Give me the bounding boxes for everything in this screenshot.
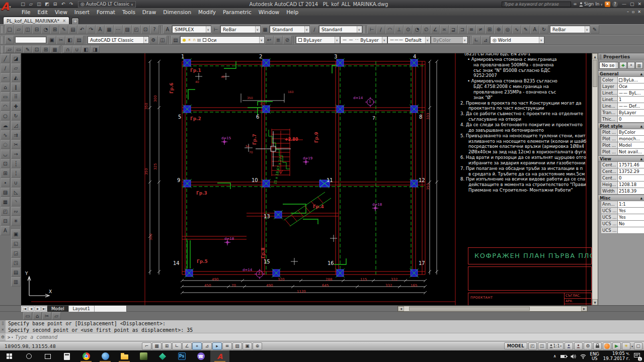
- calculator-icon[interactable]: [57, 350, 76, 362]
- chrome-icon[interactable]: [76, 350, 96, 362]
- scroll-down-icon[interactable]: ▼: [592, 299, 598, 305]
- draworder-text-icon[interactable]: ▤: [11, 267, 21, 277]
- annotation-visibility-button[interactable]: [565, 342, 573, 350]
- redo-icon[interactable]: ↷: [87, 25, 96, 34]
- menu-dimension[interactable]: Dimension: [159, 8, 195, 16]
- block-edit-icon[interactable]: ✎: [5, 36, 14, 44]
- table-style-combo[interactable]: Standard∨: [270, 26, 310, 33]
- convert-viewport-icon[interactable]: ▱: [52, 312, 61, 320]
- chamfer-icon[interactable]: ◺: [11, 188, 21, 197]
- model-space-button[interactable]: MODEL: [504, 342, 527, 349]
- section-general[interactable]: General▲: [598, 70, 644, 77]
- ellipse-arc-icon[interactable]: ◡: [1, 149, 10, 159]
- pickadd-toggle-button[interactable]: ✚: [619, 62, 627, 69]
- ellipse-icon[interactable]: ◌: [1, 140, 10, 149]
- block-name-input[interactable]: [15, 37, 46, 43]
- toolbar-grip[interactable]: [1, 36, 4, 44]
- tab-model[interactable]: Model: [47, 306, 68, 312]
- hidden-icons-chevron[interactable]: ∧: [553, 354, 556, 358]
- draworder-back-icon[interactable]: ◱: [11, 239, 21, 248]
- doc-close-button[interactable]: ✕: [637, 10, 641, 14]
- dim-update-icon[interactable]: ↻: [539, 25, 548, 34]
- layer-properties-icon[interactable]: ▤: [171, 36, 180, 44]
- tab-nav-next-button[interactable]: ▶: [35, 306, 41, 311]
- hatch-icon[interactable]: ▨: [123, 25, 132, 34]
- table-style-icon[interactable]: ▦: [261, 25, 270, 34]
- file-tab[interactable]: PL_kof_ALL_MARINKA* ✕: [3, 17, 69, 24]
- dim-radius-icon[interactable]: ⊙: [404, 25, 413, 34]
- dim-linear-icon[interactable]: ⊢: [367, 25, 376, 34]
- search-icon[interactable]: ∞: [573, 2, 577, 7]
- property-value[interactable]: ——Def...: [618, 103, 644, 109]
- polygon-icon[interactable]: ⌂: [1, 82, 10, 92]
- exchange-apps-icon[interactable]: X: [605, 2, 610, 7]
- menu-modify[interactable]: Modify: [195, 8, 219, 16]
- property-value[interactable]: Yes: [618, 208, 644, 214]
- selection-type-dropdown[interactable]: No se ∨: [599, 62, 618, 69]
- scrollbar-thumb[interactable]: [409, 307, 530, 311]
- layer-states-icon[interactable]: ≣: [274, 36, 283, 44]
- dim-style-icon[interactable]: ⊢: [211, 25, 220, 34]
- property-value[interactable]: 2518.39: [618, 188, 644, 194]
- new-icon[interactable]: □: [5, 25, 14, 34]
- help-icon[interactable]: ?: [150, 25, 159, 34]
- property-value[interactable]: 13752.29: [618, 168, 644, 174]
- scrollbar-thumb[interactable]: [593, 60, 597, 87]
- lineweight-toggle[interactable]: ≡: [222, 342, 232, 350]
- grid-toggle[interactable]: ⊞: [162, 342, 172, 350]
- wifi-icon[interactable]: [580, 354, 586, 359]
- start-button[interactable]: [0, 350, 19, 362]
- break-icon[interactable]: ╎: [11, 168, 21, 178]
- sheetset-icon[interactable]: ◰: [132, 25, 141, 34]
- match-properties-icon[interactable]: ✎: [59, 25, 68, 34]
- copy-icon[interactable]: ▱: [11, 63, 21, 73]
- xref-attach-icon[interactable]: ▣: [47, 36, 56, 44]
- osnap-toggle[interactable]: ⌖: [192, 342, 202, 350]
- dim-textedit-icon[interactable]: A: [530, 25, 539, 34]
- break-at-point-icon[interactable]: ┆: [11, 159, 21, 168]
- rotate-icon[interactable]: ↻: [11, 111, 21, 121]
- select-objects-button[interactable]: ⌖: [627, 62, 635, 69]
- group-icon[interactable]: ▱: [5, 46, 14, 53]
- workspace-save-icon[interactable]: ◫: [158, 36, 167, 44]
- section-plot-style[interactable]: Plot style▲: [598, 123, 644, 129]
- xref-clip-icon[interactable]: ✂: [56, 36, 65, 44]
- menu-help[interactable]: Help: [283, 8, 302, 16]
- model-tab-icon[interactable]: ◰: [528, 342, 537, 350]
- plot-icon[interactable]: ⊟: [32, 25, 41, 34]
- workspace-gear-icon[interactable]: ⚙: [584, 342, 592, 350]
- undo-icon[interactable]: ↶: [59, 1, 67, 8]
- property-value[interactable]: Оси: [618, 83, 644, 89]
- hide-objects-icon[interactable]: ◨: [91, 46, 100, 53]
- plotstyle-dropdown[interactable]: ByColor∨: [431, 36, 468, 44]
- tab-nav-prev-button[interactable]: ◀: [28, 306, 34, 311]
- scroll-right-icon[interactable]: ▶: [581, 306, 587, 311]
- paste-icon[interactable]: ▤: [68, 25, 77, 34]
- scale-icon[interactable]: ◿: [11, 121, 21, 130]
- viewport-icon[interactable]: ▭: [23, 312, 32, 320]
- property-value[interactable]: Yes: [618, 214, 644, 220]
- tab-nav-first-button[interactable]: |◀: [22, 306, 28, 311]
- close-icon[interactable]: ✕: [62, 19, 66, 23]
- dim-jogged-icon[interactable]: ◔: [413, 25, 422, 34]
- insert-block-icon[interactable]: ⊡: [1, 159, 10, 168]
- maximize-button[interactable]: ▢: [630, 2, 634, 7]
- dim-edit-icon[interactable]: ✎: [521, 25, 530, 34]
- dim-inspect-icon[interactable]: ◎: [503, 25, 512, 34]
- battery-icon[interactable]: [560, 355, 567, 358]
- annotation-scale-button[interactable]: 1:1 ▾: [547, 342, 564, 350]
- property-value[interactable]: Model: [618, 142, 644, 148]
- fillet-icon[interactable]: ◝: [11, 197, 21, 207]
- gem-app-icon[interactable]: [153, 350, 172, 362]
- snap-toggle[interactable]: ▦: [152, 342, 162, 350]
- google-earth-icon[interactable]: [96, 350, 115, 362]
- vertical-scrollbar[interactable]: ▲ ▼: [592, 53, 598, 305]
- application-menu-button[interactable]: A ▾: [1, 0, 17, 15]
- revcloud-icon[interactable]: ☁: [1, 121, 10, 130]
- move-icon[interactable]: ✚: [11, 102, 21, 111]
- dim-tolerance-icon[interactable]: ⊞: [485, 25, 494, 34]
- property-value[interactable]: ByLayer: [618, 110, 644, 116]
- toolbar-grip[interactable]: [1, 46, 4, 53]
- named-views-dropdown[interactable]: ◎World∨: [490, 36, 544, 44]
- group-select-icon[interactable]: ⊡: [32, 46, 41, 53]
